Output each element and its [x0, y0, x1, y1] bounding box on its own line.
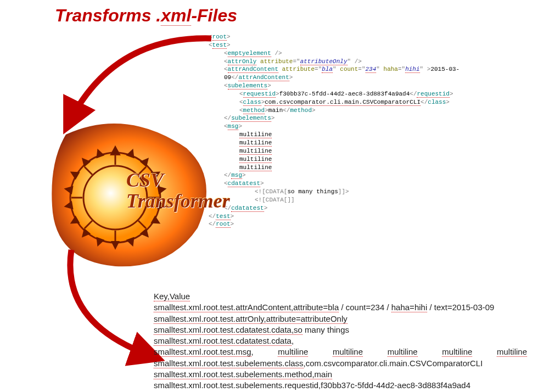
xml-cdata-2: <![CDATA[]] [209, 196, 527, 204]
slide-title: Transforms .xml-Files [55, 5, 237, 26]
csv-header: Key,Value [154, 291, 527, 302]
csv-row-3: smalltest.xml.root.test.cdatatest.cdata,… [154, 324, 527, 335]
csv-output-block: Key,Value smalltest.xml.root.test.attrAn… [154, 291, 527, 391]
xml-method: <method>main</method> [209, 107, 527, 115]
title-part-3: -Files [191, 5, 237, 25]
xml-msg-open: <msg> [209, 122, 527, 131]
title-part-1: Transforms . [55, 5, 161, 25]
xml-requestid: <requestid>f30bb37c-5fdd-44d2-aec8-3d883… [209, 90, 527, 98]
csv-row-6: smalltest.xml.root.test.subelements.clas… [154, 358, 527, 369]
csv-row-4: smalltest.xml.root.test.cdatatest.cdata, [154, 335, 527, 346]
xml-msg-line-2: multiline [209, 139, 527, 147]
csv-row-1: smalltest.xml.root.test.attrAndContent,a… [154, 302, 527, 313]
logo-line2: Transformer [126, 191, 230, 212]
xml-attrandcontent: <attrAndContent attribute="bla" count="2… [209, 65, 527, 82]
xml-subelements-open: <subelements> [209, 82, 527, 90]
xml-root-open: <root> [209, 33, 527, 41]
xml-msg-close: </msg> [209, 171, 527, 180]
xml-attronly: <attrOnly attribute="attributeOnly" /> [209, 58, 527, 66]
xml-root-close: </root> [209, 220, 527, 228]
csv-row-7: smalltest.xml.root.test.subelements.meth… [154, 369, 527, 380]
xml-subelements-close: </subelements> [209, 114, 527, 122]
xml-emptyelement: <emptyelement /> [209, 49, 527, 58]
xml-class: <class>com.csvcomparator.cli.main.CSVCom… [209, 98, 527, 107]
xml-cdata-1: <![CDATA[so many things]]> [209, 188, 527, 196]
csv-transformer-logo: CSV Transformer [44, 118, 220, 272]
title-xml: xml [161, 5, 191, 26]
xml-msg-line-3: multiline [209, 147, 527, 155]
xml-test-close: </test> [209, 212, 527, 221]
xml-msg-line-1: multiline [209, 131, 527, 139]
xml-msg-line-4: multiline [209, 155, 527, 164]
logo-text: CSV Transformer [126, 170, 230, 212]
xml-source-block: <root> <test> <emptyelement /> <attrOnly… [209, 33, 527, 228]
csv-row-2: smalltest.xml.root.test.attrOnly,attribu… [154, 313, 527, 324]
xml-cdatatest-close: </cdatatest> [209, 204, 527, 212]
csv-row-5: smalltest.xml.root.test.msg, multiline m… [154, 346, 527, 357]
xml-msg-line-5: multiline [209, 164, 527, 172]
logo-line1: CSV [126, 170, 230, 191]
csv-row-8: smalltest.xml.root.test.subelements.requ… [154, 380, 527, 391]
xml-cdatatest-open: <cdatatest> [209, 180, 527, 188]
xml-test-open: <test> [209, 41, 527, 49]
